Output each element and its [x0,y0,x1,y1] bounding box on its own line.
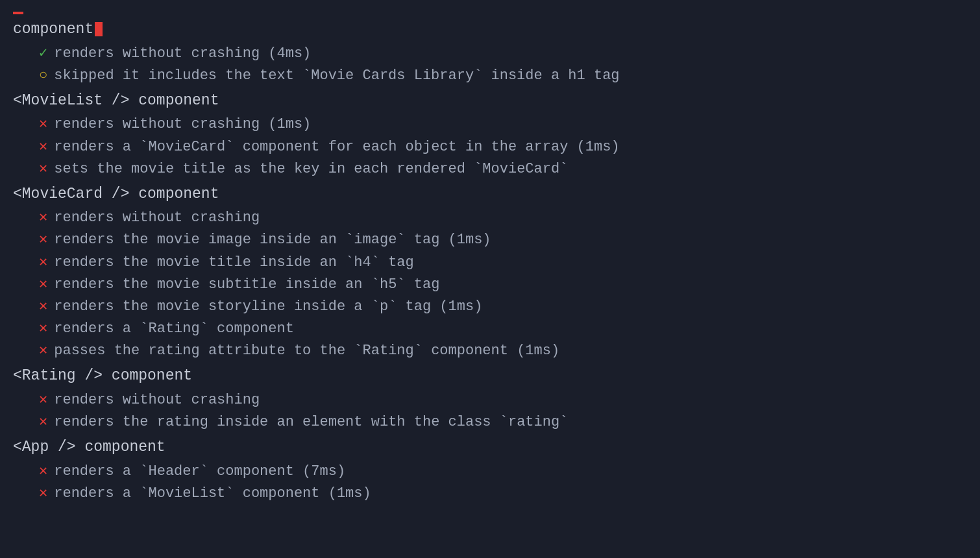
test-line-ml2: ✕renders a `MovieCard` component for eac… [13,136,967,158]
section-header-rating-section: <Rating /> component [13,365,967,388]
test-text-a1: renders a `Header` component (7ms) [54,461,345,483]
test-line-mc4: ✕renders the movie subtitle inside an `h… [13,274,967,296]
test-line-h2: ○skipped it includes the text `Movie Car… [13,65,967,87]
test-icon-fail: ✕ [39,252,47,274]
test-line-a1: ✕renders a `Header` component (7ms) [13,461,967,483]
section-header-movielist-section: <MovieList /> component [13,90,967,113]
test-icon-fail: ✕ [39,411,47,433]
test-text-mc3: renders the movie title inside an `h4` t… [54,252,414,274]
test-line-h1: ✓renders without crashing (4ms) [13,43,967,65]
test-text-r1: renders without crashing [54,389,260,411]
test-icon-fail: ✕ [39,389,47,411]
test-icon-fail: ✕ [39,158,47,180]
section-header-app-section: <App /> component [13,436,967,459]
test-line-a2: ✕renders a `MovieList` component (1ms) [13,483,967,505]
test-icon-skip: ○ [39,65,47,87]
test-text-mc1: renders without crashing [54,207,260,229]
test-icon-fail: ✕ [39,461,47,483]
cursor-block [95,22,103,36]
sections-container: component✓renders without crashing (4ms)… [13,18,967,505]
test-icon-fail: ✕ [39,483,47,505]
test-text-mc5: renders the movie storyline inside a `p`… [54,296,482,318]
test-text-mc7: passes the rating attribute to the `Rati… [54,340,559,362]
test-line-mc5: ✕renders the movie storyline inside a `p… [13,296,967,318]
test-icon-fail: ✕ [39,318,47,340]
test-line-mc7: ✕passes the rating attribute to the `Rat… [13,340,967,362]
section-header-header-section: component [13,18,967,42]
test-text-h1: renders without crashing (4ms) [54,43,311,65]
test-text-h2: skipped it includes the text `Movie Card… [54,65,619,87]
test-icon-fail: ✕ [39,114,47,136]
test-icon-fail: ✕ [39,296,47,318]
test-text-mc6: renders a `Rating` component [54,318,294,340]
test-text-ml2: renders a `MovieCard` component for each… [54,136,619,158]
test-text-mc2: renders the movie image inside an `image… [54,229,491,251]
test-line-r1: ✕renders without crashing [13,389,967,411]
title-bar [13,12,967,14]
test-icon-fail: ✕ [39,136,47,158]
test-icon-pass: ✓ [39,43,47,65]
test-text-ml1: renders without crashing (1ms) [54,114,311,136]
fail-badge [13,12,23,14]
test-line-mc6: ✕renders a `Rating` component [13,318,967,340]
terminal-output: component✓renders without crashing (4ms)… [0,6,980,510]
test-line-mc2: ✕renders the movie image inside an `imag… [13,229,967,251]
test-line-r2: ✕renders the rating inside an element wi… [13,411,967,433]
section-header-moviecard-section: <MovieCard /> component [13,183,967,206]
test-line-mc1: ✕renders without crashing [13,207,967,229]
test-line-ml1: ✕renders without crashing (1ms) [13,114,967,136]
test-icon-fail: ✕ [39,340,47,362]
test-text-a2: renders a `MovieList` component (1ms) [54,483,371,505]
test-line-mc3: ✕renders the movie title inside an `h4` … [13,252,967,274]
test-text-mc4: renders the movie subtitle inside an `h5… [54,274,439,296]
test-icon-fail: ✕ [39,274,47,296]
test-text-r2: renders the rating inside an element wit… [54,411,568,433]
test-text-ml3: sets the movie title as the key in each … [54,158,568,180]
test-icon-fail: ✕ [39,229,47,251]
test-icon-fail: ✕ [39,207,47,229]
test-line-ml3: ✕sets the movie title as the key in each… [13,158,967,180]
